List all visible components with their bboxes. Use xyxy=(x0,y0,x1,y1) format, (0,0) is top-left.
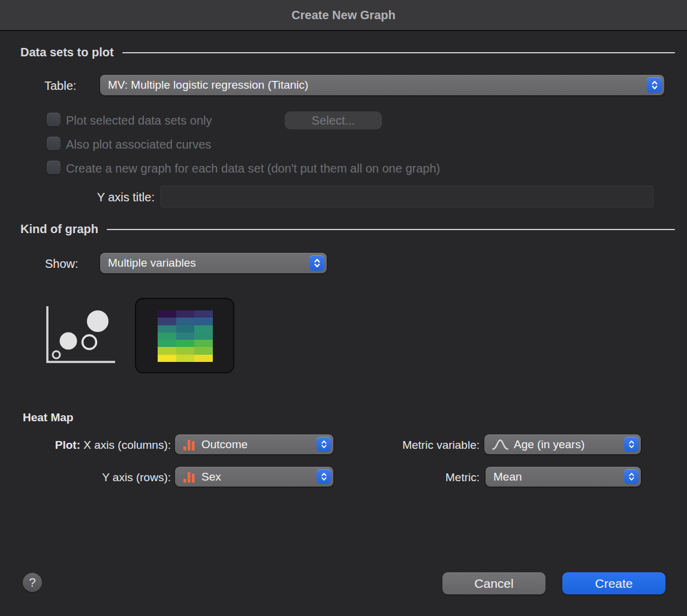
metric-dropdown[interactable]: Mean xyxy=(486,467,641,487)
heatmap-cell xyxy=(176,340,195,347)
y-axis-dropdown[interactable]: Sex xyxy=(175,467,333,487)
bubble-plot-icon xyxy=(45,303,117,366)
heatmap-cell xyxy=(194,310,213,318)
new-graph-each-label: Create a new graph for each data set (do… xyxy=(66,162,440,176)
y-axis-title-input[interactable] xyxy=(161,186,653,207)
heatmap-cell xyxy=(194,318,213,325)
select-button[interactable]: Select... xyxy=(285,111,382,129)
data-sets-heading: Data sets to plot xyxy=(20,46,114,59)
chevron-up-down-icon xyxy=(647,77,662,93)
heatmap-cell xyxy=(194,325,213,333)
plot-curves-checkbox[interactable] xyxy=(47,137,61,150)
table-dropdown[interactable]: MV: Multiple logistic regression (Titani… xyxy=(100,75,664,95)
table-label: Table: xyxy=(44,79,76,93)
data-sets-section-header: Data sets to plot xyxy=(20,46,675,59)
heatmap-cell xyxy=(194,333,213,340)
show-dropdown-value: Multiple variables xyxy=(108,256,305,270)
categorical-bars-icon xyxy=(183,470,196,484)
help-button[interactable]: ? xyxy=(23,573,42,592)
heatmap-cell xyxy=(158,310,176,318)
bell-curve-icon xyxy=(492,439,508,450)
show-dropdown[interactable]: Multiple variables xyxy=(100,253,327,273)
create-new-graph-dialog: Create New Graph Data sets to plot Table… xyxy=(0,0,687,616)
heatmap-cell xyxy=(176,333,195,340)
heatmap-cell xyxy=(176,347,195,354)
section-divider xyxy=(107,229,675,230)
heatmap-thumbnail-grid xyxy=(158,310,213,362)
title-bar: Create New Graph xyxy=(0,0,687,31)
metric-variable-dropdown-value: Age (in years) xyxy=(514,438,619,451)
metric-variable-label: Metric variable: xyxy=(360,439,480,452)
chevron-up-down-icon xyxy=(624,469,638,484)
heatmap-cell xyxy=(176,318,195,325)
section-divider xyxy=(122,52,675,53)
plot-label: Plot: xyxy=(55,439,80,451)
heat-map-heading: Heat Map xyxy=(23,411,73,424)
show-label: Show: xyxy=(45,257,79,271)
heatmap-cell xyxy=(194,355,213,362)
heatmap-cell xyxy=(158,333,176,340)
chevron-up-down-icon xyxy=(309,255,324,271)
heatmap-cell xyxy=(194,340,213,347)
heatmap-cell xyxy=(158,325,176,333)
chevron-up-down-icon xyxy=(624,437,638,452)
kind-of-graph-heading: Kind of graph xyxy=(20,222,98,236)
bubble-plot-thumbnail[interactable] xyxy=(45,303,117,366)
plot-selected-label: Plot selected data sets only xyxy=(66,114,212,128)
plot-curves-label: Also plot associated curves xyxy=(66,138,211,152)
chevron-up-down-icon xyxy=(317,469,331,484)
heatmap-cell xyxy=(158,340,176,347)
dialog-title: Create New Graph xyxy=(0,0,687,30)
x-axis-dropdown-value: Outcome xyxy=(201,438,312,451)
table-dropdown-value: MV: Multiple logistic regression (Titani… xyxy=(108,78,642,92)
y-axis-dropdown-value: Sex xyxy=(201,470,312,484)
plot-selected-checkbox[interactable] xyxy=(47,113,61,126)
heatmap-cell xyxy=(194,347,213,354)
categorical-bars-icon xyxy=(183,438,196,451)
new-graph-each-checkbox[interactable] xyxy=(47,161,61,174)
heatmap-cell xyxy=(158,347,176,354)
heatmap-cell xyxy=(158,355,176,362)
heatmap-cell xyxy=(176,355,195,362)
heatmap-cell xyxy=(176,325,195,333)
x-axis-dropdown[interactable]: Outcome xyxy=(175,434,333,454)
chevron-up-down-icon xyxy=(317,437,331,452)
metric-variable-dropdown[interactable]: Age (in years) xyxy=(484,434,641,454)
x-axis-label: Plot: X axis (columns): xyxy=(24,439,171,452)
kind-of-graph-section-header: Kind of graph xyxy=(20,222,675,236)
cancel-button[interactable]: Cancel xyxy=(442,572,546,594)
heatmap-cell xyxy=(176,310,195,318)
create-button[interactable]: Create xyxy=(562,572,665,594)
heat-map-thumbnail[interactable] xyxy=(135,298,234,373)
metric-dropdown-value: Mean xyxy=(493,470,619,484)
y-axis-rows-label: Y axis (rows): xyxy=(24,471,171,484)
y-axis-title-label: Y axis title: xyxy=(36,191,155,204)
metric-label: Metric: xyxy=(360,471,480,484)
heatmap-cell xyxy=(158,318,176,325)
